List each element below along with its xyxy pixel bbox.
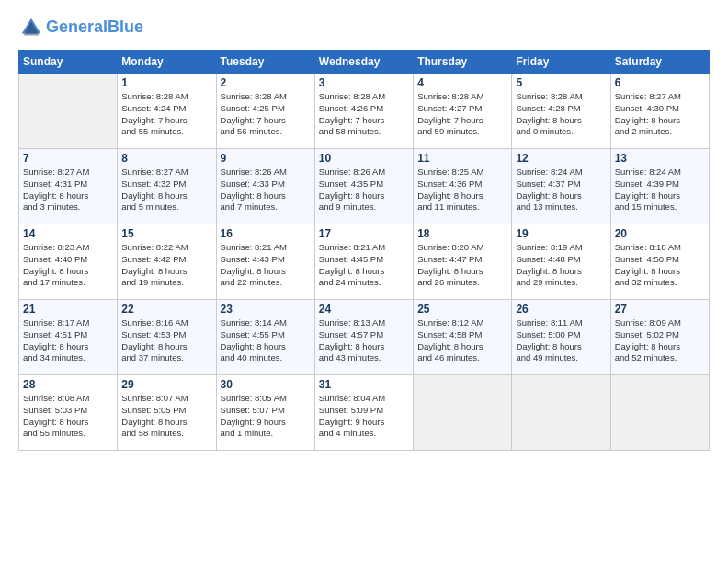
- day-number: 4: [417, 76, 507, 89]
- day-info: Sunrise: 8:24 AMSunset: 4:39 PMDaylight:…: [615, 167, 705, 213]
- page: GeneralBlue SundayMondayTuesdayWednesday…: [0, 0, 728, 563]
- day-info: Sunrise: 8:21 AMSunset: 4:45 PMDaylight:…: [319, 242, 409, 289]
- day-info: Sunrise: 8:12 AMSunset: 4:58 PMDaylight:…: [417, 317, 507, 364]
- day-info: Sunrise: 8:28 AMSunset: 4:28 PMDaylight:…: [516, 91, 606, 138]
- day-info: Sunrise: 8:26 AMSunset: 4:35 PMDaylight:…: [319, 167, 409, 213]
- calendar-cell: 10Sunrise: 8:26 AMSunset: 4:35 PMDayligh…: [314, 149, 413, 224]
- calendar-cell: 7Sunrise: 8:27 AMSunset: 4:31 PMDaylight…: [19, 149, 118, 224]
- day-number: 5: [516, 76, 606, 89]
- calendar-cell: 17Sunrise: 8:21 AMSunset: 4:45 PMDayligh…: [314, 224, 413, 300]
- day-info: Sunrise: 8:04 AMSunset: 5:09 PMDaylight:…: [319, 393, 409, 440]
- header: GeneralBlue: [18, 15, 710, 40]
- day-number: 2: [221, 76, 311, 89]
- day-number: 11: [417, 152, 507, 165]
- logo-text: GeneralBlue: [46, 17, 143, 38]
- calendar-cell: 19Sunrise: 8:19 AMSunset: 4:48 PMDayligh…: [512, 224, 610, 300]
- calendar-cell: 28Sunrise: 8:08 AMSunset: 5:03 PMDayligh…: [19, 375, 118, 451]
- day-info: Sunrise: 8:27 AMSunset: 4:30 PMDaylight:…: [615, 91, 705, 138]
- calendar-cell: 1Sunrise: 8:28 AMSunset: 4:24 PMDaylight…: [118, 74, 216, 149]
- week-row-4: 21Sunrise: 8:17 AMSunset: 4:51 PMDayligh…: [19, 300, 710, 375]
- calendar-cell: 11Sunrise: 8:25 AMSunset: 4:36 PMDayligh…: [414, 149, 512, 224]
- calendar-cell: 12Sunrise: 8:24 AMSunset: 4:37 PMDayligh…: [512, 149, 610, 224]
- day-info: Sunrise: 8:24 AMSunset: 4:37 PMDaylight:…: [516, 167, 606, 213]
- weekday-header-row: SundayMondayTuesdayWednesdayThursdayFrid…: [19, 51, 710, 74]
- calendar-cell: 3Sunrise: 8:28 AMSunset: 4:26 PMDaylight…: [314, 74, 413, 149]
- day-number: 15: [121, 227, 211, 240]
- week-row-3: 14Sunrise: 8:23 AMSunset: 4:40 PMDayligh…: [19, 224, 710, 300]
- calendar-cell: 26Sunrise: 8:11 AMSunset: 5:00 PMDayligh…: [512, 300, 610, 375]
- logo-line1: General: [46, 17, 108, 36]
- day-info: Sunrise: 8:28 AMSunset: 4:27 PMDaylight:…: [417, 91, 507, 138]
- day-info: Sunrise: 8:23 AMSunset: 4:40 PMDaylight:…: [23, 242, 113, 289]
- calendar-cell: 22Sunrise: 8:16 AMSunset: 4:53 PMDayligh…: [118, 300, 216, 375]
- calendar-cell: 31Sunrise: 8:04 AMSunset: 5:09 PMDayligh…: [314, 375, 413, 451]
- day-number: 26: [516, 303, 606, 316]
- day-info: Sunrise: 8:09 AMSunset: 5:02 PMDaylight:…: [615, 317, 705, 364]
- day-info: Sunrise: 8:13 AMSunset: 4:57 PMDaylight:…: [319, 317, 409, 364]
- calendar-cell: 20Sunrise: 8:18 AMSunset: 4:50 PMDayligh…: [610, 224, 709, 300]
- day-info: Sunrise: 8:17 AMSunset: 4:51 PMDaylight:…: [23, 317, 113, 364]
- calendar-cell: 5Sunrise: 8:28 AMSunset: 4:28 PMDaylight…: [512, 74, 610, 149]
- day-number: 18: [417, 227, 507, 240]
- logo-line2: Blue: [108, 17, 143, 36]
- week-row-2: 7Sunrise: 8:27 AMSunset: 4:31 PMDaylight…: [19, 149, 710, 224]
- day-number: 19: [516, 227, 606, 240]
- calendar-cell: 14Sunrise: 8:23 AMSunset: 4:40 PMDayligh…: [19, 224, 118, 300]
- day-number: 28: [23, 378, 113, 391]
- calendar-cell: 25Sunrise: 8:12 AMSunset: 4:58 PMDayligh…: [414, 300, 512, 375]
- weekday-header-wednesday: Wednesday: [314, 51, 413, 74]
- logo-icon: [18, 15, 44, 40]
- calendar-cell: 30Sunrise: 8:05 AMSunset: 5:07 PMDayligh…: [216, 375, 314, 451]
- day-number: 17: [319, 227, 409, 240]
- day-number: 16: [221, 227, 311, 240]
- weekday-header-monday: Monday: [118, 51, 216, 74]
- week-row-1: 1Sunrise: 8:28 AMSunset: 4:24 PMDaylight…: [19, 74, 710, 149]
- day-number: 23: [221, 303, 311, 316]
- calendar-cell: 8Sunrise: 8:27 AMSunset: 4:32 PMDaylight…: [118, 149, 216, 224]
- day-number: 9: [221, 152, 311, 165]
- day-info: Sunrise: 8:11 AMSunset: 5:00 PMDaylight:…: [516, 317, 606, 364]
- calendar-cell: 6Sunrise: 8:27 AMSunset: 4:30 PMDaylight…: [610, 74, 709, 149]
- calendar-cell: 21Sunrise: 8:17 AMSunset: 4:51 PMDayligh…: [19, 300, 118, 375]
- week-row-5: 28Sunrise: 8:08 AMSunset: 5:03 PMDayligh…: [19, 375, 710, 451]
- day-number: 10: [319, 152, 409, 165]
- day-number: 30: [221, 378, 311, 391]
- day-number: 13: [615, 152, 705, 165]
- day-info: Sunrise: 8:18 AMSunset: 4:50 PMDaylight:…: [615, 242, 705, 289]
- calendar-cell: 23Sunrise: 8:14 AMSunset: 4:55 PMDayligh…: [216, 300, 314, 375]
- day-info: Sunrise: 8:08 AMSunset: 5:03 PMDaylight:…: [23, 393, 113, 440]
- day-info: Sunrise: 8:16 AMSunset: 4:53 PMDaylight:…: [121, 317, 211, 364]
- calendar-cell: 27Sunrise: 8:09 AMSunset: 5:02 PMDayligh…: [610, 300, 709, 375]
- calendar-cell: 16Sunrise: 8:21 AMSunset: 4:43 PMDayligh…: [216, 224, 314, 300]
- day-number: 24: [319, 303, 409, 316]
- weekday-header-thursday: Thursday: [414, 51, 512, 74]
- day-info: Sunrise: 8:27 AMSunset: 4:31 PMDaylight:…: [23, 167, 113, 213]
- day-number: 1: [121, 76, 211, 89]
- calendar-cell: 4Sunrise: 8:28 AMSunset: 4:27 PMDaylight…: [414, 74, 512, 149]
- day-info: Sunrise: 8:21 AMSunset: 4:43 PMDaylight:…: [221, 242, 311, 289]
- calendar-cell: 9Sunrise: 8:26 AMSunset: 4:33 PMDaylight…: [216, 149, 314, 224]
- day-number: 27: [615, 303, 705, 316]
- day-info: Sunrise: 8:14 AMSunset: 4:55 PMDaylight:…: [221, 317, 311, 364]
- calendar-cell: 18Sunrise: 8:20 AMSunset: 4:47 PMDayligh…: [414, 224, 512, 300]
- day-number: 8: [121, 152, 211, 165]
- calendar-cell: 24Sunrise: 8:13 AMSunset: 4:57 PMDayligh…: [314, 300, 413, 375]
- calendar-cell: 29Sunrise: 8:07 AMSunset: 5:05 PMDayligh…: [118, 375, 216, 451]
- day-number: 21: [23, 303, 113, 316]
- calendar-cell: 15Sunrise: 8:22 AMSunset: 4:42 PMDayligh…: [118, 224, 216, 300]
- day-number: 31: [319, 378, 409, 391]
- calendar-cell: 2Sunrise: 8:28 AMSunset: 4:25 PMDaylight…: [216, 74, 314, 149]
- day-number: 3: [319, 76, 409, 89]
- day-number: 7: [23, 152, 113, 165]
- day-number: 6: [615, 76, 705, 89]
- weekday-header-tuesday: Tuesday: [216, 51, 314, 74]
- day-number: 14: [23, 227, 113, 240]
- day-info: Sunrise: 8:28 AMSunset: 4:26 PMDaylight:…: [319, 91, 409, 138]
- day-info: Sunrise: 8:28 AMSunset: 4:25 PMDaylight:…: [221, 91, 311, 138]
- calendar-cell: [19, 74, 118, 149]
- day-info: Sunrise: 8:07 AMSunset: 5:05 PMDaylight:…: [121, 393, 211, 440]
- day-info: Sunrise: 8:20 AMSunset: 4:47 PMDaylight:…: [417, 242, 507, 289]
- day-info: Sunrise: 8:25 AMSunset: 4:36 PMDaylight:…: [417, 167, 507, 213]
- day-number: 12: [516, 152, 606, 165]
- day-number: 25: [417, 303, 507, 316]
